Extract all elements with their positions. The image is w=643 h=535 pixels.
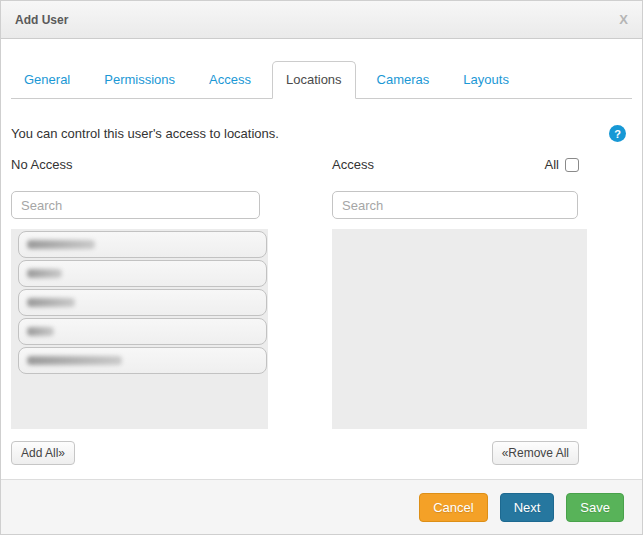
dialog-titlebar: Add User X: [1, 1, 642, 39]
dialog-title: Add User: [15, 13, 68, 27]
dialog-footer: CancelNextSave: [1, 479, 642, 534]
all-control: All: [545, 157, 587, 172]
dialog-body: GeneralPermissionsAccessLocationsCameras…: [1, 61, 642, 465]
redacted-location-name: [27, 269, 62, 278]
intro-text: You can control this user's access to lo…: [11, 126, 279, 141]
tab-general[interactable]: General: [11, 62, 83, 98]
no-access-header: No Access: [11, 157, 268, 172]
remove-all-button[interactable]: «Remove All: [492, 441, 579, 465]
tab-permissions[interactable]: Permissions: [91, 62, 188, 98]
no-access-list: [11, 229, 268, 429]
location-list-item[interactable]: [18, 289, 267, 316]
location-list-item[interactable]: [18, 260, 267, 287]
help-icon[interactable]: ?: [609, 125, 626, 142]
no-access-search-input[interactable]: [11, 191, 260, 219]
access-column: Access All «Remove All: [332, 157, 587, 465]
tab-access[interactable]: Access: [196, 62, 264, 98]
all-checkbox[interactable]: [565, 158, 579, 172]
intro-row: You can control this user's access to lo…: [11, 125, 632, 142]
tab-bar: GeneralPermissionsAccessLocationsCameras…: [11, 61, 632, 99]
all-label: All: [545, 157, 559, 172]
next-button[interactable]: Next: [500, 493, 555, 522]
access-list: [332, 229, 587, 429]
transfer-columns: No Access Add All» Access All: [11, 157, 632, 465]
close-icon[interactable]: X: [619, 13, 628, 26]
redacted-location-name: [27, 298, 75, 307]
no-access-column: No Access Add All»: [11, 157, 268, 465]
access-search-input[interactable]: [332, 191, 578, 219]
remove-all-row: «Remove All: [332, 441, 587, 465]
tab-layouts[interactable]: Layouts: [450, 62, 522, 98]
location-list-item[interactable]: [18, 318, 267, 345]
redacted-location-name: [27, 327, 54, 336]
cancel-button[interactable]: Cancel: [419, 493, 487, 522]
save-button[interactable]: Save: [566, 493, 624, 522]
add-user-dialog: Add User X GeneralPermissionsAccessLocat…: [0, 0, 643, 535]
redacted-location-name: [27, 356, 122, 365]
tab-cameras[interactable]: Cameras: [364, 62, 443, 98]
location-list-item[interactable]: [18, 231, 267, 258]
redacted-location-name: [27, 240, 95, 249]
add-all-button[interactable]: Add All»: [11, 441, 75, 465]
access-header: Access All: [332, 157, 587, 172]
add-all-row: Add All»: [11, 441, 268, 465]
no-access-label: No Access: [11, 157, 72, 172]
location-list-item[interactable]: [18, 347, 267, 374]
access-label: Access: [332, 157, 374, 172]
tab-locations[interactable]: Locations: [272, 61, 356, 99]
